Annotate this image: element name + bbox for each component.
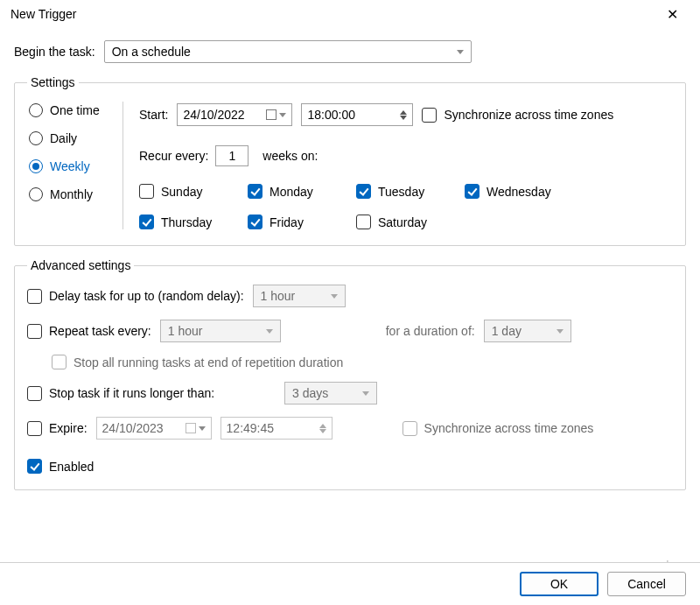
begin-label: Begin the task: bbox=[14, 45, 95, 59]
begin-select[interactable]: On a schedule bbox=[104, 40, 472, 63]
window-title: New Trigger bbox=[10, 7, 76, 21]
day-label: Saturday bbox=[378, 215, 427, 229]
day-monday[interactable]: Monday bbox=[248, 184, 356, 199]
day-thursday[interactable]: Thursday bbox=[139, 215, 248, 229]
radio-daily[interactable]: Daily bbox=[29, 131, 108, 145]
radio-label: Daily bbox=[50, 131, 77, 145]
chevron-down-icon bbox=[331, 294, 338, 299]
expire-checkbox[interactable]: Expire: bbox=[27, 421, 88, 436]
day-friday[interactable]: Friday bbox=[248, 215, 356, 229]
expire-sync-checkbox[interactable]: Synchronize across time zones bbox=[402, 421, 594, 436]
day-label: Tuesday bbox=[378, 185, 424, 199]
dialog-content: Begin the task: On a schedule Settings O… bbox=[0, 30, 700, 490]
day-saturday[interactable]: Saturday bbox=[356, 215, 465, 229]
date-picker-icon[interactable] bbox=[266, 109, 286, 120]
advanced-group: Advanced settings Delay task for up to (… bbox=[14, 258, 686, 490]
delay-label: Delay task for up to (random delay): bbox=[49, 289, 244, 303]
radio-icon bbox=[29, 131, 43, 145]
ok-label: OK bbox=[550, 577, 568, 591]
days-grid: Sunday Monday Tuesday Wednesday Thursday… bbox=[139, 184, 673, 229]
day-wednesday[interactable]: Wednesday bbox=[465, 184, 573, 199]
begin-value: On a schedule bbox=[112, 45, 191, 59]
day-label: Monday bbox=[270, 185, 313, 199]
checkbox-icon bbox=[248, 215, 262, 229]
repeat-row: Repeat task every: 1 hour for a duration… bbox=[27, 320, 673, 342]
dialog-footer: OK Cancel bbox=[0, 562, 700, 605]
checkbox-icon bbox=[356, 215, 371, 229]
expire-label: Expire: bbox=[49, 421, 88, 435]
repeat-select[interactable]: 1 hour bbox=[160, 320, 281, 342]
checkbox-icon bbox=[27, 324, 42, 339]
chevron-down-icon bbox=[457, 50, 464, 54]
checkbox-icon bbox=[52, 355, 66, 369]
repeat-value: 1 hour bbox=[168, 324, 203, 338]
stopall-checkbox[interactable]: Stop all running tasks at end of repetit… bbox=[52, 355, 343, 369]
delay-select[interactable]: 1 hour bbox=[253, 285, 346, 307]
spinner-icon[interactable] bbox=[319, 424, 326, 433]
stoplong-checkbox[interactable]: Stop task if it runs longer than: bbox=[27, 386, 214, 401]
recur-value: 1 bbox=[228, 149, 235, 163]
repeat-checkbox[interactable]: Repeat task every: bbox=[27, 324, 151, 339]
checkbox-icon bbox=[465, 184, 480, 199]
duration-value: 1 day bbox=[492, 324, 522, 338]
advanced-legend: Advanced settings bbox=[27, 258, 134, 272]
day-label: Sunday bbox=[161, 185, 202, 199]
spinner-icon[interactable] bbox=[400, 110, 407, 120]
delay-checkbox[interactable]: Delay task for up to (random delay): bbox=[27, 289, 244, 304]
stoplong-value: 3 days bbox=[292, 386, 328, 400]
stopall-row: Stop all running tasks at end of repetit… bbox=[52, 355, 673, 369]
recur-value-input[interactable]: 1 bbox=[215, 145, 248, 166]
repeat-label: Repeat task every: bbox=[49, 324, 151, 338]
radio-label: Weekly bbox=[50, 159, 90, 173]
expire-date-value: 24/10/2023 bbox=[102, 421, 164, 435]
radio-onetime[interactable]: One time bbox=[29, 103, 108, 117]
sync-label: Synchronize across time zones bbox=[444, 108, 613, 122]
chevron-down-icon bbox=[556, 329, 564, 334]
stoplong-label: Stop task if it runs longer than: bbox=[49, 386, 214, 400]
radio-icon bbox=[29, 159, 43, 173]
radio-label: Monthly bbox=[50, 187, 93, 201]
day-tuesday[interactable]: Tuesday bbox=[356, 184, 465, 199]
chevron-down-icon bbox=[266, 329, 273, 334]
stoplong-select[interactable]: 3 days bbox=[284, 382, 377, 405]
radio-icon bbox=[29, 103, 43, 117]
checkbox-icon bbox=[248, 184, 262, 199]
checkbox-icon bbox=[356, 184, 371, 199]
expire-date-input[interactable]: 24/10/2023 bbox=[96, 417, 212, 440]
chevron-down-icon bbox=[362, 391, 369, 396]
recur-label: Recur every: bbox=[139, 149, 208, 163]
recur-row: Recur every: 1 weeks on: bbox=[139, 145, 673, 166]
radio-monthly[interactable]: Monthly bbox=[29, 187, 108, 201]
delay-value: 1 hour bbox=[261, 289, 296, 303]
day-sunday[interactable]: Sunday bbox=[139, 184, 248, 199]
start-date-value: 24/10/2022 bbox=[183, 108, 244, 122]
day-label: Friday bbox=[270, 215, 304, 229]
enabled-label: Enabled bbox=[49, 460, 94, 474]
enabled-checkbox[interactable]: Enabled bbox=[27, 459, 94, 474]
sync-timezones-checkbox[interactable]: Synchronize across time zones bbox=[422, 108, 613, 123]
checkbox-icon bbox=[422, 108, 437, 123]
titlebar: New Trigger ✕ bbox=[0, 0, 700, 30]
settings-group: Settings One time Daily Weekly Monthly bbox=[14, 75, 686, 246]
close-icon[interactable]: ✕ bbox=[654, 6, 690, 23]
expire-row: Expire: 24/10/2023 12:49:45 Synchronize … bbox=[27, 417, 673, 440]
checkbox-icon bbox=[139, 215, 154, 229]
settings-legend: Settings bbox=[27, 75, 79, 89]
stopall-label: Stop all running tasks at end of repetit… bbox=[74, 355, 343, 369]
radio-weekly[interactable]: Weekly bbox=[29, 159, 108, 173]
cancel-button[interactable]: Cancel bbox=[607, 572, 686, 596]
radio-icon bbox=[29, 187, 43, 201]
start-time-input[interactable]: 18:00:00 bbox=[301, 103, 413, 126]
checkbox-icon bbox=[27, 459, 42, 474]
duration-select[interactable]: 1 day bbox=[484, 320, 571, 342]
expire-time-input[interactable]: 12:49:45 bbox=[220, 417, 332, 440]
start-date-input[interactable]: 24/10/2022 bbox=[177, 103, 292, 126]
ok-button[interactable]: OK bbox=[520, 572, 598, 596]
recur-suffix: weeks on: bbox=[262, 149, 318, 163]
date-picker-icon[interactable] bbox=[186, 423, 206, 433]
frequency-column: One time Daily Weekly Monthly bbox=[27, 102, 123, 229]
start-time-value: 18:00:00 bbox=[307, 108, 355, 122]
expire-sync-label: Synchronize across time zones bbox=[424, 421, 594, 435]
stoplong-row: Stop task if it runs longer than: 3 days bbox=[27, 382, 673, 405]
start-label: Start: bbox=[139, 108, 168, 122]
